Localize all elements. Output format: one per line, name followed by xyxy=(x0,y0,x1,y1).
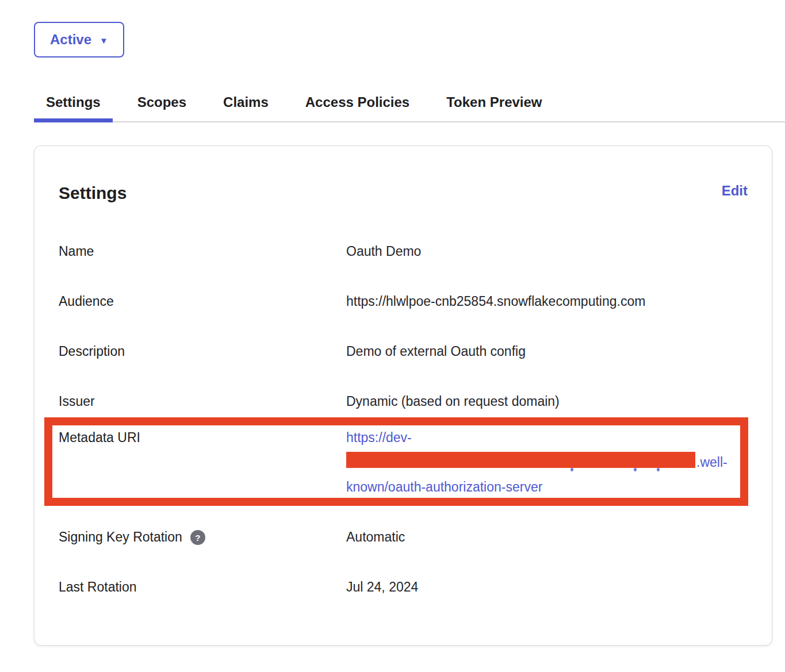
field-label: Name xyxy=(59,239,346,264)
settings-card: Settings Edit Name Oauth Demo Audience h… xyxy=(34,145,772,646)
field-value: Demo of external Oauth config xyxy=(346,339,526,364)
tab-scopes[interactable]: Scopes xyxy=(125,94,198,121)
tab-bar: Settings Scopes Claims Access Policies T… xyxy=(34,94,785,122)
field-label: Metadata URI xyxy=(59,425,346,500)
tab-claims[interactable]: Claims xyxy=(211,94,281,121)
field-row-signing-key-rotation: Signing Key Rotation ? Automatic xyxy=(59,525,748,550)
field-label-text: Signing Key Rotation xyxy=(59,525,182,550)
field-row-metadata-uri: Metadata URI https://dev-.well-known/oau… xyxy=(59,425,748,500)
tab-label: Access Policies xyxy=(305,94,409,110)
tab-label: Token Preview xyxy=(446,94,542,110)
field-value: Jul 24, 2024 xyxy=(346,575,418,600)
field-label: Signing Key Rotation ? xyxy=(59,525,346,550)
field-row-audience: Audience https://hlwlpoe-cnb25854.snowfl… xyxy=(59,289,748,314)
tab-access-policies[interactable]: Access Policies xyxy=(293,94,422,121)
field-value: Automatic xyxy=(346,525,405,550)
field-row-last-rotation: Last Rotation Jul 24, 2024 xyxy=(59,575,748,600)
metadata-uri-link[interactable]: https://dev-.well-known/oauth-authorizat… xyxy=(346,430,727,494)
edit-link[interactable]: Edit xyxy=(722,183,748,199)
tab-label: Scopes xyxy=(137,94,186,110)
tab-label: Claims xyxy=(223,94,269,110)
redaction-bar xyxy=(346,452,695,468)
field-row-issuer: Issuer Dynamic (based on request domain) xyxy=(59,389,748,414)
help-icon[interactable]: ? xyxy=(190,530,205,545)
field-label: Last Rotation xyxy=(59,575,346,600)
field-row-name: Name Oauth Demo xyxy=(59,239,748,264)
field-row-description: Description Demo of external Oauth confi… xyxy=(59,339,748,364)
tab-settings[interactable]: Settings xyxy=(34,94,113,121)
authorization-server-settings-page: Active ▼ Settings Scopes Claims Access P… xyxy=(0,0,785,672)
field-label: Audience xyxy=(59,289,346,314)
chevron-down-icon: ▼ xyxy=(99,34,108,45)
field-value: https://dev-.well-known/oauth-authorizat… xyxy=(346,425,727,500)
status-dropdown-label: Active xyxy=(50,32,91,48)
field-value: Dynamic (based on request domain) xyxy=(346,389,560,414)
field-value: https://hlwlpoe-cnb25854.snowflakecomput… xyxy=(346,289,645,314)
field-label: Description xyxy=(59,339,346,364)
field-label: Issuer xyxy=(59,389,346,414)
metadata-uri-part3: known/oauth-authorization-server xyxy=(346,479,542,494)
card-title: Settings xyxy=(59,183,127,203)
card-header: Settings Edit xyxy=(59,183,748,203)
tab-token-preview[interactable]: Token Preview xyxy=(434,94,554,121)
metadata-uri-part2: .well- xyxy=(696,455,727,470)
metadata-uri-part1: https://dev- xyxy=(346,430,412,445)
tab-label: Settings xyxy=(46,94,101,110)
field-value: Oauth Demo xyxy=(346,239,421,264)
status-dropdown-button[interactable]: Active ▼ xyxy=(34,22,124,57)
